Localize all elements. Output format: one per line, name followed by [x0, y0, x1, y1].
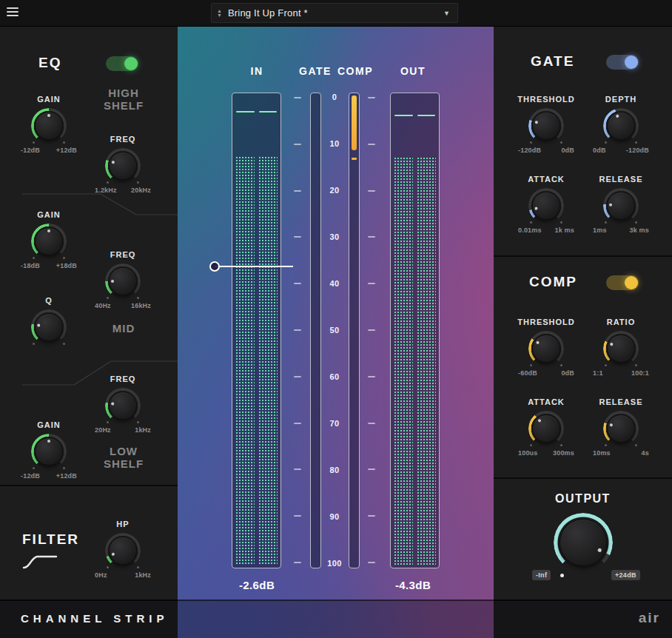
output-section-title: OUTPUT	[494, 492, 672, 506]
eq-q: Q	[21, 295, 77, 348]
section-divider	[494, 255, 672, 257]
output-knob[interactable]	[554, 513, 613, 572]
comp-ratio-knob[interactable]	[603, 331, 639, 366]
gate-threshold-line	[215, 266, 293, 267]
knob-max-label: 20kHz	[131, 187, 151, 194]
knob-min-label: -60dB	[518, 369, 537, 377]
knob-max-label: 300ms	[553, 449, 574, 457]
eq-mid-gain-knob[interactable]	[31, 224, 67, 259]
eq-high-shelf-freq-knob[interactable]	[105, 148, 141, 184]
knob-min-label: 10ms	[593, 449, 611, 457]
eq-toggle[interactable]	[106, 56, 138, 71]
highpass-curve-icon	[22, 554, 59, 570]
comp-attack-knob[interactable]	[528, 411, 564, 446]
knob-pointer	[522, 324, 571, 374]
gate-depth-knob[interactable]	[603, 108, 639, 144]
knob-label: Q	[45, 295, 53, 306]
output-max-badge: +24dB	[611, 570, 640, 580]
in-meter-fill	[235, 156, 278, 565]
mid-label: MID	[94, 322, 153, 335]
gate-threshold-handle[interactable]	[209, 261, 220, 272]
knob-min-label: 100us	[518, 449, 538, 457]
comp-meter-label: COMP	[333, 65, 377, 77]
filter-hp-knob[interactable]	[105, 533, 141, 568]
gate-release-knob[interactable]	[603, 188, 639, 224]
section-divider	[0, 485, 178, 486]
in-meter-label: IN	[235, 65, 279, 77]
knob-pointer	[31, 108, 67, 144]
knob-min-label: 0dB	[593, 147, 606, 154]
eq-high-shelf-freq: FREQ 1.2kHz20kHz	[95, 134, 151, 194]
output-indicator-dot	[560, 574, 564, 577]
eq-mid-freq: FREQ 40Hz16kHz	[95, 249, 151, 309]
preset-spinner[interactable]: ▲ ▼	[212, 9, 228, 18]
gate-comp-output-panel: GATE THRESHOLD -120dB0dB DEPTH 0dB-120dB…	[494, 27, 672, 638]
comp-meter-peak	[352, 158, 357, 160]
knob-pointer	[31, 224, 67, 259]
comp-threshold: THRESHOLD -60dB0dB	[518, 317, 574, 377]
knob-label: DEPTH	[605, 94, 636, 104]
gate-threshold: THRESHOLD -120dB0dB	[518, 94, 574, 154]
high-shelf-label: HIGH SHELF	[94, 87, 153, 112]
knob-label: RATIO	[607, 317, 635, 327]
knob-pointer	[105, 263, 141, 299]
knob-min-label: 1.2kHz	[95, 187, 117, 194]
channel-strip-plugin-window: ▲ ▼ Bring It Up Front * ▼ EQ HIGH SHELF …	[0, 0, 672, 638]
eq-low-shelf-freq-knob[interactable]	[105, 388, 141, 423]
knob-pointer	[602, 187, 640, 225]
knob-max-label: 16kHz	[131, 302, 151, 309]
knob-max-label: -120dB	[626, 147, 649, 154]
knob-max-label: 1k ms	[554, 226, 574, 234]
eq-high-shelf-gain-knob[interactable]	[31, 108, 67, 144]
knob-max-label: 1kHz	[135, 571, 151, 579]
chevron-down-icon[interactable]: ▼	[443, 10, 457, 17]
knob-max-label: +12dB	[56, 472, 77, 480]
comp-release-knob[interactable]	[603, 411, 639, 446]
knob-label: FREQ	[110, 374, 136, 384]
knob-label: FREQ	[110, 249, 136, 260]
knob-label: GAIN	[37, 420, 61, 430]
eq-low-shelf-gain-knob[interactable]	[31, 434, 67, 469]
knob-min-label: 1:1	[593, 369, 603, 377]
comp-toggle-thumb	[625, 276, 638, 289]
comp-meter	[349, 93, 360, 568]
gate-release: RELEASE 1ms3k ms	[593, 174, 649, 234]
knob-min-label: -12dB	[21, 147, 40, 154]
knob-max-label: 1kHz	[135, 426, 151, 434]
menu-icon[interactable]	[7, 7, 20, 19]
knob-min-label: 0Hz	[95, 571, 107, 579]
knob-min-label: 0.01ms	[518, 226, 542, 234]
center-footer	[178, 600, 494, 638]
preset-name: Bring It Up Front *	[228, 7, 443, 19]
out-meter-fill	[394, 157, 436, 565]
eq-high-shelf-gain: GAIN -12dB+12dB	[21, 94, 77, 154]
preset-down-icon[interactable]: ▼	[217, 13, 222, 18]
eq-toggle-thumb	[124, 57, 138, 70]
eq-q-knob[interactable]	[31, 309, 67, 345]
knob-max-label: 100:1	[631, 369, 649, 377]
knob-pointer	[523, 103, 569, 149]
gate-meter-label: GATE	[293, 65, 337, 77]
left-footer: CHANNEL STRIP	[0, 600, 178, 638]
in-meter-peak	[236, 111, 277, 113]
knob-max-label: 3k ms	[629, 226, 649, 234]
preset-selector[interactable]: ▲ ▼ Bring It Up Front * ▼	[211, 3, 458, 23]
eq-mid-freq-knob[interactable]	[105, 263, 141, 299]
output-min-badge: -Inf	[532, 570, 551, 580]
plugin-name: CHANNEL STRIP	[21, 612, 168, 625]
comp-toggle[interactable]	[606, 275, 639, 290]
comp-threshold-knob[interactable]	[528, 331, 564, 366]
gate-threshold-knob[interactable]	[528, 108, 564, 144]
knob-min-label: 20Hz	[95, 426, 111, 434]
in-meter-value: -2.6dB	[227, 579, 286, 591]
knob-max-label: +12dB	[56, 147, 77, 154]
gate-attack: ATTACK 0.01ms1k ms	[518, 174, 574, 234]
gate-toggle[interactable]	[606, 55, 639, 70]
knob-min-label: 40Hz	[95, 302, 111, 309]
knob-max-label: 4s	[642, 449, 649, 457]
knob-pointer	[102, 385, 144, 426]
eq-mid-gain: GAIN -18dB+18dB	[21, 209, 77, 269]
knob-pointer	[598, 103, 644, 149]
gate-attack-knob[interactable]	[528, 188, 564, 224]
knob-pointer	[597, 325, 645, 372]
